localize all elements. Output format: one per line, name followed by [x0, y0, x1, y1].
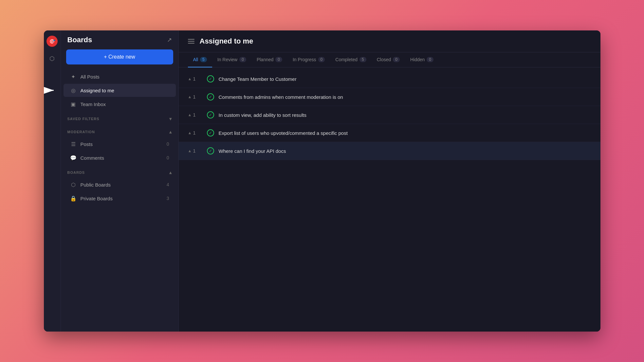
status-completed-icon: ✓ [207, 93, 214, 100]
tab-closed[interactable]: Closed 0 [372, 52, 405, 67]
status-completed-icon: ✓ [207, 147, 214, 154]
nav-icon-cube[interactable]: ⬡ [47, 53, 57, 64]
icon-sidebar: 🎯 ⬡ [44, 30, 61, 332]
upvote-arrow[interactable]: ▲ [188, 77, 192, 81]
boards-toggle[interactable]: ▴ [169, 170, 172, 175]
post-title: Change Team Member to Customer [219, 76, 591, 82]
table-row[interactable]: ▲ 1 ✓ Change Team Member to Customer [179, 70, 600, 88]
app-window: 🎯 ⬡ Boards ↗ + Create new ✦ All Posts [44, 30, 600, 332]
sidebar-header: Boards ↗ [61, 36, 178, 49]
team-inbox-wrapper: ▣ Team Inbox [61, 97, 178, 111]
vote-count: 1 [193, 76, 195, 81]
sidebar-title: Boards [67, 36, 92, 44]
upvote-arrow[interactable]: ▲ [188, 113, 192, 117]
tab-closed-count: 0 [393, 57, 400, 62]
sidebar-item-posts[interactable]: ☰ Posts 0 [64, 137, 176, 151]
menu-icon[interactable] [188, 39, 194, 44]
vote-section: ▲ 1 [188, 112, 202, 118]
table-row[interactable]: ▲ 1 ✓ Where can I find your API docs [179, 142, 600, 160]
post-title: Export list of users who upvoted/comment… [219, 130, 591, 136]
posts-list: ▲ 1 ✓ Change Team Member to Customer ▲ 1… [179, 67, 600, 332]
sidebar-item-comments[interactable]: 💬 Comments 0 [64, 151, 176, 164]
tab-in-review[interactable]: In Review 0 [212, 52, 251, 67]
all-posts-icon: ✦ [70, 73, 77, 80]
selection-arrow [44, 85, 58, 95]
tab-completed-count: 5 [359, 57, 366, 62]
saved-filters-section-header: SAVED FILTERS ▾ [61, 111, 178, 124]
external-link-icon[interactable]: ↗ [167, 36, 172, 44]
vote-count: 1 [193, 148, 195, 154]
posts-icon: ☰ [70, 141, 77, 147]
tab-completed[interactable]: Completed 5 [330, 52, 371, 67]
status-completed-icon: ✓ [207, 75, 214, 82]
sidebar-item-all-posts[interactable]: ✦ All Posts [64, 70, 176, 83]
all-posts-wrapper: ✦ All Posts [61, 70, 178, 83]
tab-hidden[interactable]: Hidden 0 [405, 52, 439, 67]
vote-section: ▲ 1 [188, 130, 202, 136]
vote-section: ▲ 1 [188, 76, 202, 81]
tab-all[interactable]: All 5 [188, 52, 212, 67]
upvote-arrow[interactable]: ▲ [188, 95, 192, 99]
content-header: Assigned to me [179, 30, 600, 52]
sidebar-item-private-boards[interactable]: 🔒 Private Boards 3 [64, 192, 176, 205]
tab-in-review-count: 0 [239, 57, 246, 62]
table-row[interactable]: ▲ 1 ✓ Comments from admins when comment … [179, 88, 600, 106]
assigned-to-me-wrapper: ◎ Assigned to me [61, 83, 178, 97]
create-new-button[interactable]: + Create new [66, 49, 173, 64]
moderation-toggle[interactable]: ▴ [169, 129, 172, 135]
private-boards-count: 3 [167, 196, 169, 201]
main-sidebar: Boards ↗ + Create new ✦ All Posts [61, 30, 179, 332]
vote-count: 1 [193, 112, 195, 118]
tab-in-progress-count: 0 [318, 57, 325, 62]
tab-planned-count: 0 [275, 57, 282, 62]
tabs-bar: All 5 In Review 0 Planned 0 In Progress … [179, 52, 600, 67]
table-row[interactable]: ▲ 1 ✓ Export list of users who upvoted/c… [179, 124, 600, 142]
main-content: Assigned to me All 5 In Review 0 Planned… [179, 30, 600, 332]
app-logo[interactable]: 🎯 [46, 36, 58, 47]
post-title: Comments from admins when comment modera… [219, 94, 591, 100]
private-boards-icon: 🔒 [70, 195, 77, 202]
assigned-to-me-icon: ◎ [70, 87, 77, 94]
posts-count: 0 [167, 141, 169, 147]
content-title: Assigned to me [200, 37, 253, 45]
tab-all-count: 5 [200, 57, 207, 62]
tab-planned[interactable]: Planned 0 [251, 52, 287, 67]
table-row[interactable]: ▲ 1 ✓ In custom view, add ability to sor… [179, 106, 600, 124]
upvote-arrow[interactable]: ▲ [188, 131, 192, 135]
post-title: Where can I find your API docs [219, 148, 591, 154]
vote-count: 1 [193, 130, 195, 136]
sidebar-item-assigned-to-me[interactable]: ◎ Assigned to me [64, 84, 176, 97]
sidebar-item-public-boards[interactable]: ⬡ Public Boards 4 [64, 178, 176, 191]
comments-icon: 💬 [70, 154, 77, 161]
tab-hidden-count: 0 [427, 57, 433, 62]
moderation-section-header: MODERATION ▴ [61, 124, 178, 137]
comments-count: 0 [167, 155, 169, 160]
team-inbox-icon: ▣ [70, 101, 77, 107]
public-boards-icon: ⬡ [70, 181, 77, 188]
boards-section-header: BOARDS ▴ [61, 165, 178, 178]
vote-section: ▲ 1 [188, 148, 202, 154]
upvote-arrow[interactable]: ▲ [188, 149, 192, 153]
vote-count: 1 [193, 94, 195, 100]
post-title: In custom view, add ability to sort resu… [219, 112, 591, 118]
saved-filters-toggle[interactable]: ▾ [169, 116, 172, 121]
public-boards-count: 4 [167, 182, 169, 187]
vote-section: ▲ 1 [188, 94, 202, 100]
status-completed-icon: ✓ [207, 111, 214, 118]
tab-in-progress[interactable]: In Progress 0 [287, 52, 330, 67]
sidebar-item-team-inbox[interactable]: ▣ Team Inbox [64, 98, 176, 111]
status-completed-icon: ✓ [207, 129, 214, 136]
